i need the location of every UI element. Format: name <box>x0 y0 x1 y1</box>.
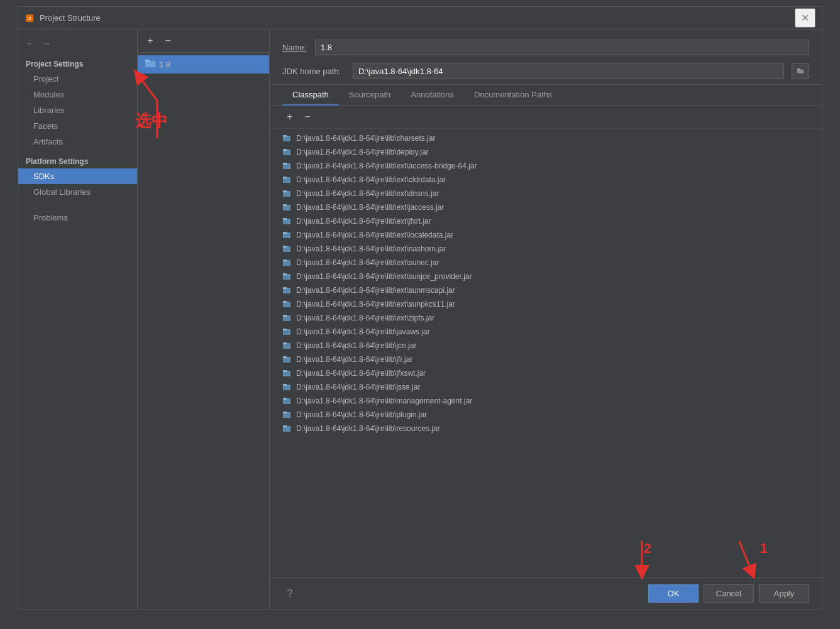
classpath-item: D:\java1.8-64\jdk1.8-64\jre\lib\resource… <box>270 422 822 435</box>
svg-rect-12 <box>283 149 287 151</box>
classpath-item: D:\java1.8-64\jdk1.8-64\jre\lib\deploy.j… <box>270 145 822 159</box>
jar-icon <box>282 231 291 239</box>
sdk-toolbar: + − <box>138 30 269 53</box>
sdk-remove-button[interactable]: − <box>160 33 175 48</box>
project-structure-window: J Project Structure ✕ ← → Project Settin… <box>18 6 822 610</box>
sdk-panel: + − 1.8 <box>138 30 270 609</box>
classpath-item: D:\java1.8-64\jdk1.8-64\jre\lib\ext\sunp… <box>270 297 822 311</box>
jar-icon <box>282 244 291 253</box>
svg-text:J: J <box>28 16 31 21</box>
platform-settings-header: Platform Settings <box>18 150 137 168</box>
svg-rect-92 <box>283 370 287 372</box>
sidebar-item-global-libraries[interactable]: Global Libraries <box>18 184 137 200</box>
bottom-left: ? <box>282 586 643 601</box>
jar-icon <box>282 383 291 391</box>
classpath-item: D:\java1.8-64\jdk1.8-64\jre\lib\jfxswt.j… <box>270 366 822 380</box>
svg-rect-7 <box>283 135 287 137</box>
tab-sourcepath[interactable]: Sourcepath <box>339 85 401 106</box>
classpath-item: D:\java1.8-64\jdk1.8-64\jre\lib\charsets… <box>270 131 822 145</box>
classpath-item: D:\java1.8-64\jdk1.8-64\jre\lib\manageme… <box>270 394 822 408</box>
classpath-area: + − D:\java1.8-64\jdk1.8-64\jre\lib\char… <box>270 106 822 577</box>
jar-icon <box>282 258 291 267</box>
classpath-item: D:\java1.8-64\jdk1.8-64\jre\lib\ext\jfxr… <box>270 214 822 228</box>
forward-button[interactable]: → <box>40 37 53 50</box>
sidebar-item-artifacts[interactable]: Artifacts <box>18 134 137 150</box>
classpath-item: D:\java1.8-64\jdk1.8-64\jre\lib\ext\dnsn… <box>270 187 822 200</box>
svg-rect-87 <box>283 356 287 358</box>
svg-rect-27 <box>283 190 287 192</box>
jdk-home-label: JDK home path: <box>282 67 345 76</box>
svg-rect-32 <box>283 204 287 206</box>
back-button[interactable]: ← <box>23 37 37 50</box>
classpath-item: D:\java1.8-64\jdk1.8-64\jre\lib\javaws.j… <box>270 325 822 339</box>
project-settings-header: Project Settings <box>18 55 137 71</box>
classpath-item: D:\java1.8-64\jdk1.8-64\jre\lib\ext\acce… <box>270 159 822 173</box>
jar-icon <box>282 410 291 419</box>
sidebar-item-modules[interactable]: Modules <box>18 87 137 102</box>
jar-icon <box>282 341 291 350</box>
jdk-home-input[interactable] <box>353 63 784 79</box>
svg-rect-107 <box>283 412 287 413</box>
classpath-item: D:\java1.8-64\jdk1.8-64\jre\lib\ext\nash… <box>270 242 822 256</box>
jar-icon <box>282 148 291 156</box>
sidebar-item-problems[interactable]: Problems <box>18 210 137 226</box>
classpath-item: D:\java1.8-64\jdk1.8-64\jre\lib\plugin.j… <box>270 408 822 422</box>
name-input[interactable] <box>315 40 809 55</box>
jar-icon <box>282 424 291 433</box>
jar-icon <box>282 217 291 226</box>
content-area: ← → Project Settings Project Modules Lib… <box>18 30 822 609</box>
sidebar-item-libraries[interactable]: Libraries <box>18 102 137 118</box>
ok-button[interactable]: OK <box>648 584 699 603</box>
name-label: Name: <box>282 43 307 52</box>
apply-button[interactable]: Apply <box>759 584 809 603</box>
jar-icon <box>282 300 291 309</box>
svg-rect-82 <box>283 342 287 344</box>
classpath-item: D:\java1.8-64\jdk1.8-64\jre\lib\ext\sunj… <box>270 270 822 283</box>
jar-icon <box>282 355 291 364</box>
classpath-list: D:\java1.8-64\jdk1.8-64\jre\lib\charsets… <box>270 129 822 577</box>
classpath-item: D:\java1.8-64\jdk1.8-64\jre\lib\ext\cldr… <box>270 173 822 187</box>
sidebar-nav: ← → <box>18 35 137 55</box>
svg-rect-42 <box>283 232 287 234</box>
classpath-add-button[interactable]: + <box>282 109 297 124</box>
jar-icon <box>282 272 291 281</box>
jar-icon <box>282 161 291 170</box>
jar-icon <box>282 189 291 198</box>
svg-rect-57 <box>283 273 287 275</box>
close-button[interactable]: ✕ <box>795 8 815 28</box>
svg-rect-2 <box>145 61 155 67</box>
svg-rect-97 <box>283 384 287 386</box>
svg-rect-22 <box>283 177 287 178</box>
classpath-item: D:\java1.8-64\jdk1.8-64\jre\lib\ext\loca… <box>270 228 822 242</box>
name-row: Name: <box>282 40 809 55</box>
sidebar-item-project[interactable]: Project <box>18 71 137 87</box>
tab-documentation-paths[interactable]: Documentation Paths <box>464 85 562 106</box>
main-content: Name: JDK home path: <box>270 30 822 609</box>
svg-rect-52 <box>283 260 287 261</box>
jdk-home-row: JDK home path: <box>282 63 809 79</box>
help-button[interactable]: ? <box>282 586 297 601</box>
classpath-item: D:\java1.8-64\jdk1.8-64\jre\lib\jce.jar <box>270 339 822 353</box>
sidebar-item-sdks[interactable]: SDKs <box>18 168 137 184</box>
svg-rect-112 <box>283 425 287 427</box>
tab-classpath[interactable]: Classpath <box>282 85 339 106</box>
sidebar-item-facets[interactable]: Facets <box>18 118 137 134</box>
svg-rect-37 <box>283 218 287 220</box>
window-title: Project Structure <box>40 13 795 23</box>
sdk-add-button[interactable]: + <box>143 33 158 48</box>
jar-icon <box>282 369 291 378</box>
sdk-folder-icon <box>145 59 155 70</box>
classpath-remove-button[interactable]: − <box>300 109 315 124</box>
main-header: Name: JDK home path: <box>270 30 822 85</box>
jar-icon <box>282 397 291 405</box>
cancel-button[interactable]: Cancel <box>704 584 754 603</box>
classpath-toolbar: + − <box>270 106 822 129</box>
bottom-bar: ? OK Cancel Apply <box>270 577 822 609</box>
tab-annotations[interactable]: Annotations <box>401 85 464 106</box>
sdk-item-1-8[interactable]: 1.8 <box>138 55 269 74</box>
sidebar: ← → Project Settings Project Modules Lib… <box>18 30 138 609</box>
svg-rect-72 <box>283 315 287 317</box>
classpath-item: D:\java1.8-64\jdk1.8-64\jre\lib\ext\zipf… <box>270 311 822 325</box>
jar-icon <box>282 286 291 295</box>
browse-button[interactable] <box>792 63 809 79</box>
